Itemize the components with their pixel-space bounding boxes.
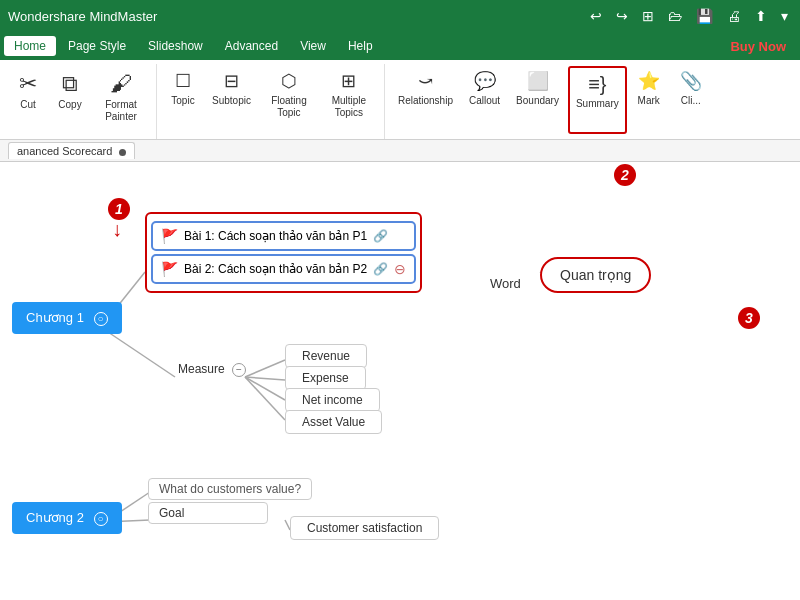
menu-slideshow[interactable]: Slideshow: [138, 36, 213, 56]
cut-icon: ✂: [19, 71, 37, 97]
bai2-flag-icon: 🚩: [161, 261, 178, 277]
word-label: Word: [490, 276, 521, 291]
cut-button[interactable]: ✂ Cut: [8, 66, 48, 134]
export-icon[interactable]: ⬆: [751, 6, 771, 26]
title-bar: Wondershare MindMaster ↩ ↪ ⊞ 🗁 💾 🖨 ⬆ ▾: [0, 0, 800, 32]
expense-node[interactable]: Expense: [285, 366, 366, 390]
svg-line-6: [245, 377, 285, 420]
svg-line-5: [245, 377, 285, 400]
bai2-link-icon[interactable]: 🔗: [373, 262, 388, 276]
save-icon[interactable]: 💾: [692, 6, 717, 26]
menu-help[interactable]: Help: [338, 36, 383, 56]
copy-button[interactable]: ⧉ Copy: [50, 66, 90, 134]
bai1-text: Bài 1: Cách soạn thảo văn bản P1: [184, 229, 367, 243]
topic-label: Topic: [171, 95, 194, 107]
clipboard-group: ✂ Cut ⧉ Copy 🖌 Format Painter: [4, 64, 157, 139]
redo-icon[interactable]: ↪: [612, 6, 632, 26]
svg-line-3: [245, 360, 285, 377]
boundary-icon: ⬜: [527, 71, 549, 93]
topic-icon: ☐: [175, 71, 191, 93]
multiple-topics-icon: ⊞: [341, 71, 356, 93]
menu-view[interactable]: View: [290, 36, 336, 56]
callout-label: Callout: [469, 95, 500, 107]
goal-node[interactable]: Goal: [148, 502, 268, 524]
bai1-node[interactable]: 🚩 Bài 1: Cách soạn thảo văn bản P1 🔗: [151, 221, 416, 251]
chuong2-collapse[interactable]: ○: [94, 512, 108, 526]
bai-container: 🚩 Bài 1: Cách soạn thảo văn bản P1 🔗 🚩 B…: [145, 212, 422, 293]
cut-label: Cut: [20, 99, 36, 111]
format-painter-label: Format Painter: [99, 99, 143, 123]
relationship-icon: ⤻: [418, 71, 433, 93]
relationship-button[interactable]: ⤻ Relationship: [391, 66, 460, 134]
subtopic-button[interactable]: ⊟ Subtopic: [205, 66, 258, 134]
summary-label: Summary: [576, 98, 619, 110]
open-icon[interactable]: 🗁: [664, 6, 686, 26]
subtopic-icon: ⊟: [224, 71, 239, 93]
subtopic-label: Subtopic: [212, 95, 251, 107]
measure-label: Measure −: [178, 362, 246, 377]
badge-1: 1: [108, 198, 130, 220]
menu-page-style[interactable]: Page Style: [58, 36, 136, 56]
clip-button[interactable]: 📎 Cli...: [671, 66, 711, 134]
menu-home[interactable]: Home: [4, 36, 56, 56]
tab-modified-indicator: [119, 149, 126, 156]
customers-value-label: What do customers value?: [148, 478, 312, 500]
clip-label: Cli...: [681, 95, 701, 107]
chuong1-node[interactable]: Chương 1 ○: [12, 302, 122, 334]
format-painter-icon: 🖌: [110, 71, 132, 97]
tab-label: ananced Scorecard: [17, 145, 112, 157]
menu-advanced[interactable]: Advanced: [215, 36, 288, 56]
badge-3: 3: [738, 307, 760, 329]
print-icon[interactable]: 🖨: [723, 6, 745, 26]
callout-icon: 💬: [474, 71, 496, 93]
new-icon[interactable]: ⊞: [638, 6, 658, 26]
insert-group: ☐ Topic ⊟ Subtopic ⬡ Floating Topic ⊞ Mu…: [159, 64, 385, 139]
clip-icon: 📎: [680, 71, 702, 93]
chuong2-node[interactable]: Chương 2 ○: [12, 502, 122, 534]
multiple-topics-label: Multiple Topics: [327, 95, 371, 119]
bai1-link-icon[interactable]: 🔗: [373, 229, 388, 243]
revenue-node[interactable]: Revenue: [285, 344, 367, 368]
mark-button[interactable]: ⭐ Mark: [629, 66, 669, 134]
mark-label: Mark: [638, 95, 660, 107]
bai2-text: Bài 2: Cách soạn thảo văn bản P2: [184, 262, 367, 276]
bai2-minus-icon[interactable]: ⊖: [394, 261, 406, 277]
boundary-label: Boundary: [516, 95, 559, 107]
summary-icon: ≡}: [588, 72, 606, 96]
chuong1-collapse[interactable]: ○: [94, 312, 108, 326]
bai1-flag-icon: 🚩: [161, 228, 178, 244]
summary-button[interactable]: ≡} Summary: [568, 66, 627, 134]
floating-topic-icon: ⬡: [281, 71, 297, 93]
more-icon[interactable]: ▾: [777, 6, 792, 26]
asset-value-node[interactable]: Asset Value: [285, 410, 382, 434]
badge-2: 2: [614, 164, 636, 186]
callout-button[interactable]: 💬 Callout: [462, 66, 507, 134]
svg-line-4: [245, 377, 285, 380]
boundary-button[interactable]: ⬜ Boundary: [509, 66, 566, 134]
copy-icon: ⧉: [62, 71, 78, 97]
floating-topic-button[interactable]: ⬡ Floating Topic: [260, 66, 318, 134]
quan-trong-node[interactable]: Quan trọng: [540, 257, 651, 293]
ribbon: ✂ Cut ⧉ Copy 🖌 Format Painter ☐ Topic ⊟ …: [0, 60, 800, 140]
net-income-node[interactable]: Net income: [285, 388, 380, 412]
app-title: Wondershare MindMaster: [8, 9, 578, 24]
main-tab[interactable]: ananced Scorecard: [8, 142, 135, 159]
copy-label: Copy: [58, 99, 81, 111]
relationship-label: Relationship: [398, 95, 453, 107]
multiple-topics-button[interactable]: ⊞ Multiple Topics: [320, 66, 378, 134]
menu-bar: Home Page Style Slideshow Advanced View …: [0, 32, 800, 60]
customer-satisfaction-node[interactable]: Customer satisfaction: [290, 516, 439, 540]
measure-collapse-icon[interactable]: −: [232, 363, 246, 377]
floating-topic-label: Floating Topic: [267, 95, 311, 119]
connect-group: ⤻ Relationship 💬 Callout ⬜ Boundary ≡} S…: [387, 64, 717, 139]
tab-strip: ananced Scorecard: [0, 140, 800, 162]
undo-icon[interactable]: ↩: [586, 6, 606, 26]
topic-button[interactable]: ☐ Topic: [163, 66, 203, 134]
bai2-node[interactable]: 🚩 Bài 2: Cách soạn thảo văn bản P2 🔗 ⊖: [151, 254, 416, 284]
mark-icon: ⭐: [638, 71, 660, 93]
canvas: Chương 1 ○ 🚩 Bài 1: Cách soạn thảo văn b…: [0, 162, 800, 600]
svg-line-2: [105, 330, 175, 377]
buy-now-button[interactable]: Buy Now: [720, 36, 796, 57]
format-painter-button[interactable]: 🖌 Format Painter: [92, 66, 150, 134]
arrow-1-icon: ↓: [112, 218, 122, 241]
